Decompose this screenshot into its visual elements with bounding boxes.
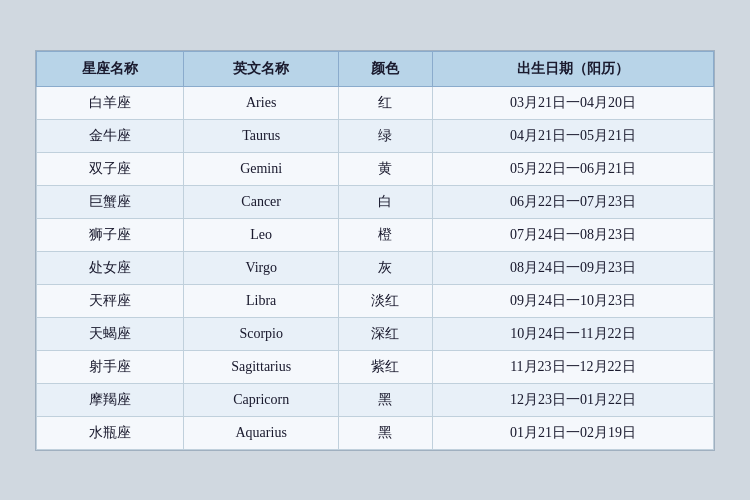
zodiac-chinese-name: 摩羯座 (37, 383, 184, 416)
zodiac-color: 黑 (339, 383, 433, 416)
zodiac-chinese-name: 金牛座 (37, 119, 184, 152)
col-header-english: 英文名称 (184, 51, 339, 86)
zodiac-chinese-name: 巨蟹座 (37, 185, 184, 218)
zodiac-dates: 04月21日一05月21日 (432, 119, 713, 152)
table-row: 摩羯座Capricorn黑12月23日一01月22日 (37, 383, 714, 416)
zodiac-color: 黑 (339, 416, 433, 449)
zodiac-color: 淡红 (339, 284, 433, 317)
table-row: 狮子座Leo橙07月24日一08月23日 (37, 218, 714, 251)
zodiac-dates: 09月24日一10月23日 (432, 284, 713, 317)
col-header-chinese: 星座名称 (37, 51, 184, 86)
zodiac-english-name: Leo (184, 218, 339, 251)
col-header-dates: 出生日期（阳历） (432, 51, 713, 86)
zodiac-english-name: Taurus (184, 119, 339, 152)
zodiac-english-name: Libra (184, 284, 339, 317)
table-row: 双子座Gemini黄05月22日一06月21日 (37, 152, 714, 185)
zodiac-english-name: Aquarius (184, 416, 339, 449)
zodiac-chinese-name: 双子座 (37, 152, 184, 185)
zodiac-chinese-name: 天秤座 (37, 284, 184, 317)
zodiac-color: 白 (339, 185, 433, 218)
zodiac-color: 红 (339, 86, 433, 119)
zodiac-dates: 10月24日一11月22日 (432, 317, 713, 350)
zodiac-chinese-name: 射手座 (37, 350, 184, 383)
zodiac-dates: 06月22日一07月23日 (432, 185, 713, 218)
zodiac-chinese-name: 白羊座 (37, 86, 184, 119)
zodiac-dates: 01月21日一02月19日 (432, 416, 713, 449)
zodiac-dates: 05月22日一06月21日 (432, 152, 713, 185)
zodiac-dates: 03月21日一04月20日 (432, 86, 713, 119)
zodiac-color: 深红 (339, 317, 433, 350)
zodiac-table-container: 星座名称 英文名称 颜色 出生日期（阳历） 白羊座Aries红03月21日一04… (35, 50, 715, 451)
zodiac-color: 紫红 (339, 350, 433, 383)
zodiac-dates: 11月23日一12月22日 (432, 350, 713, 383)
zodiac-chinese-name: 水瓶座 (37, 416, 184, 449)
table-header-row: 星座名称 英文名称 颜色 出生日期（阳历） (37, 51, 714, 86)
zodiac-english-name: Gemini (184, 152, 339, 185)
zodiac-chinese-name: 处女座 (37, 251, 184, 284)
zodiac-english-name: Aries (184, 86, 339, 119)
table-row: 处女座Virgo灰08月24日一09月23日 (37, 251, 714, 284)
table-row: 射手座Sagittarius紫红11月23日一12月22日 (37, 350, 714, 383)
table-row: 天蝎座Scorpio深红10月24日一11月22日 (37, 317, 714, 350)
zodiac-english-name: Cancer (184, 185, 339, 218)
zodiac-color: 橙 (339, 218, 433, 251)
zodiac-color: 黄 (339, 152, 433, 185)
zodiac-table: 星座名称 英文名称 颜色 出生日期（阳历） 白羊座Aries红03月21日一04… (36, 51, 714, 450)
zodiac-chinese-name: 狮子座 (37, 218, 184, 251)
zodiac-chinese-name: 天蝎座 (37, 317, 184, 350)
col-header-color: 颜色 (339, 51, 433, 86)
zodiac-english-name: Scorpio (184, 317, 339, 350)
zodiac-english-name: Sagittarius (184, 350, 339, 383)
table-row: 天秤座Libra淡红09月24日一10月23日 (37, 284, 714, 317)
table-row: 水瓶座Aquarius黑01月21日一02月19日 (37, 416, 714, 449)
table-row: 白羊座Aries红03月21日一04月20日 (37, 86, 714, 119)
zodiac-color: 灰 (339, 251, 433, 284)
zodiac-dates: 12月23日一01月22日 (432, 383, 713, 416)
zodiac-english-name: Virgo (184, 251, 339, 284)
table-row: 巨蟹座Cancer白06月22日一07月23日 (37, 185, 714, 218)
zodiac-dates: 08月24日一09月23日 (432, 251, 713, 284)
zodiac-english-name: Capricorn (184, 383, 339, 416)
zodiac-dates: 07月24日一08月23日 (432, 218, 713, 251)
table-row: 金牛座Taurus绿04月21日一05月21日 (37, 119, 714, 152)
zodiac-color: 绿 (339, 119, 433, 152)
